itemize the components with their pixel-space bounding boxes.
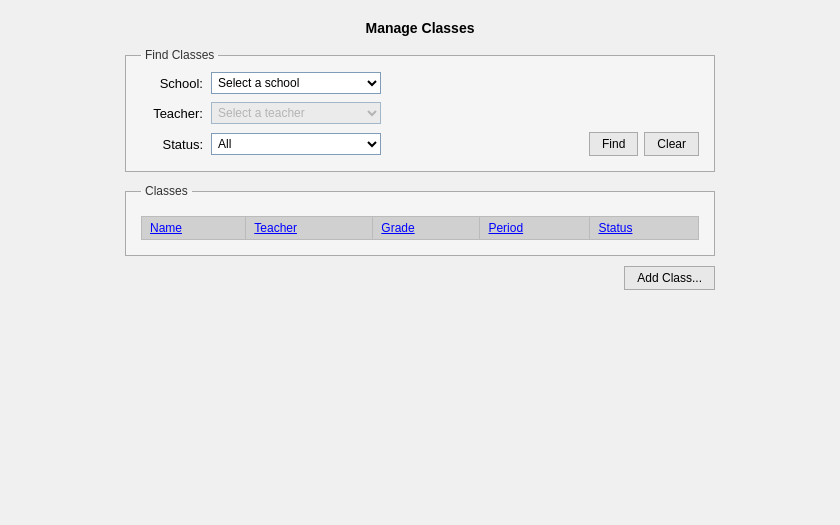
col-teacher-link[interactable]: Teacher — [254, 221, 297, 235]
table-header-row: Name Teacher Grade Period Status — [142, 217, 699, 240]
teacher-row: Teacher: Select a teacher — [141, 102, 699, 124]
col-grade: Grade — [373, 217, 480, 240]
classes-table: Name Teacher Grade Period Status — [141, 216, 699, 240]
school-label: School: — [141, 76, 211, 91]
teacher-label: Teacher: — [141, 106, 211, 121]
teacher-select[interactable]: Select a teacher — [211, 102, 381, 124]
find-button[interactable]: Find — [589, 132, 638, 156]
col-teacher: Teacher — [246, 217, 373, 240]
col-status: Status — [590, 217, 699, 240]
status-select[interactable]: All Active Inactive — [211, 133, 381, 155]
status-row: Status: All Active Inactive Find Clear — [141, 132, 699, 156]
col-status-link[interactable]: Status — [598, 221, 632, 235]
add-class-row: Add Class... — [125, 266, 715, 290]
col-period: Period — [480, 217, 590, 240]
page-title: Manage Classes — [366, 20, 475, 36]
add-class-button[interactable]: Add Class... — [624, 266, 715, 290]
col-grade-link[interactable]: Grade — [381, 221, 414, 235]
classes-legend: Classes — [141, 184, 192, 198]
clear-button[interactable]: Clear — [644, 132, 699, 156]
col-name-link[interactable]: Name — [150, 221, 182, 235]
find-classes-legend: Find Classes — [141, 48, 218, 62]
col-period-link[interactable]: Period — [488, 221, 523, 235]
classes-fieldset: Classes Name Teacher Grade Period — [125, 184, 715, 256]
status-label: Status: — [141, 137, 211, 152]
school-row: School: Select a school — [141, 72, 699, 94]
col-name: Name — [142, 217, 246, 240]
school-select[interactable]: Select a school — [211, 72, 381, 94]
find-classes-fieldset: Find Classes School: Select a school Tea… — [125, 48, 715, 172]
